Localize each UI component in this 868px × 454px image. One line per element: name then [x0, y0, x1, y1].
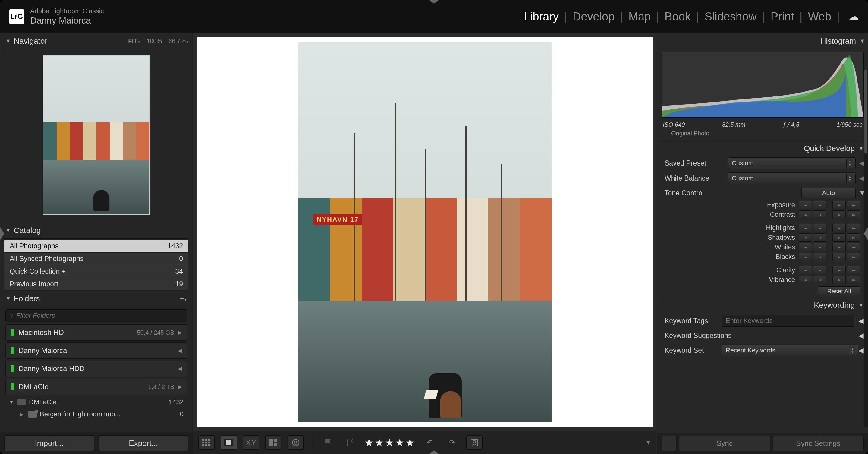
step-decrease-button[interactable]: ◂ — [813, 276, 827, 284]
sync-toggle-button[interactable] — [661, 436, 677, 451]
loupe-view-button[interactable] — [221, 435, 237, 450]
collapse-bottom-handle[interactable] — [429, 450, 439, 454]
white-balance-dropdown[interactable]: Custom ▲▼ — [728, 173, 856, 184]
image-canvas[interactable]: NYHAVN 17 — [197, 37, 653, 427]
catalog-item[interactable]: Previous Import19 — [4, 278, 188, 291]
step-increase-button[interactable]: ▸ — [832, 210, 846, 219]
quick-develop-header[interactable]: Quick Develop ▼ — [657, 141, 868, 156]
identity-plate[interactable]: Adobe Lightroom Classic Danny Maiorca — [30, 7, 104, 26]
step-big-increase-button[interactable]: ▸▸ — [847, 224, 860, 232]
zoom-custom[interactable]: 66.7%▾ — [168, 38, 188, 44]
module-print[interactable]: Print — [771, 10, 794, 23]
step-big-increase-button[interactable]: ▸▸ — [847, 243, 860, 251]
drive-row[interactable]: Danny Maiorca◀ — [5, 342, 187, 359]
navigator-preview[interactable] — [43, 56, 150, 215]
collapse-arrow-icon[interactable]: ◀ — [858, 317, 864, 325]
step-big-decrease-button[interactable]: ◂◂ — [799, 243, 812, 251]
module-map[interactable]: Map — [628, 10, 651, 23]
import-button[interactable]: Import... — [4, 435, 94, 451]
module-web[interactable]: Web — [808, 10, 831, 23]
step-big-increase-button[interactable]: ▸▸ — [847, 233, 860, 242]
histogram-header[interactable]: Histogram ▼ — [657, 33, 868, 50]
keywording-header[interactable]: Keywording ▼ — [657, 298, 868, 312]
survey-view-button[interactable] — [265, 435, 281, 450]
keyword-set-dropdown[interactable]: Recent Keywords ▲▼ — [722, 344, 858, 356]
keyword-tags-input[interactable] — [722, 315, 854, 327]
step-increase-button[interactable]: ▸ — [832, 201, 846, 209]
step-big-decrease-button[interactable]: ◂◂ — [799, 201, 812, 209]
zoom-100[interactable]: 100% — [147, 38, 162, 44]
step-increase-button[interactable]: ▸ — [832, 233, 846, 242]
step-increase-button[interactable]: ▸ — [832, 253, 846, 261]
step-increase-button[interactable]: ▸ — [832, 276, 846, 284]
drive-row[interactable]: Danny Maiorca HDD◀ — [5, 361, 187, 377]
step-big-decrease-button[interactable]: ◂◂ — [799, 253, 812, 261]
catalog-header[interactable]: ▼ Catalog — [4, 222, 188, 239]
saved-preset-dropdown[interactable]: Custom ▲▼ — [728, 157, 856, 169]
sync-button[interactable]: Sync — [679, 436, 770, 451]
collapse-arrow-icon[interactable]: ◀ — [858, 332, 864, 340]
step-big-increase-button[interactable]: ▸▸ — [847, 253, 860, 261]
keyword-suggestions-row[interactable]: Keyword Suggestions ◀ — [657, 329, 868, 342]
flag-rejected-button[interactable] — [342, 435, 358, 450]
module-library[interactable]: Library — [524, 10, 559, 23]
original-photo-toggle[interactable]: Original Photo — [657, 129, 868, 141]
catalog-item[interactable]: All Synced Photographs0 — [4, 253, 188, 265]
step-big-decrease-button[interactable]: ◂◂ — [799, 276, 812, 284]
right-panel-scrollbar[interactable] — [864, 69, 868, 427]
auto-tone-button[interactable]: Auto — [801, 187, 856, 199]
rotate-ccw-button[interactable]: ↶ — [422, 435, 438, 450]
dropdown-caret-icon[interactable] — [847, 315, 854, 327]
drive-row[interactable]: Macintosh HD50,4 / 245 GB▶ — [5, 324, 187, 341]
people-view-button[interactable] — [287, 435, 304, 450]
folder-filter-input[interactable] — [16, 312, 183, 320]
step-big-increase-button[interactable]: ▸▸ — [847, 276, 860, 284]
toolbar-options-button[interactable]: ▼ — [645, 438, 652, 447]
face-tag-button[interactable] — [466, 435, 483, 450]
step-big-decrease-button[interactable]: ◂◂ — [799, 210, 812, 219]
step-decrease-button[interactable]: ◂ — [813, 253, 827, 261]
step-increase-button[interactable]: ▸ — [832, 243, 846, 251]
catalog-item[interactable]: All Photographs1432 — [4, 240, 188, 253]
step-big-decrease-button[interactable]: ◂◂ — [799, 224, 812, 232]
sync-settings-button[interactable]: Sync Settings — [773, 436, 864, 451]
step-big-increase-button[interactable]: ▸▸ — [847, 266, 860, 274]
rating-stars[interactable]: ★★★★★ — [364, 436, 415, 449]
zoom-fit[interactable]: FIT▾ — [128, 38, 140, 44]
module-develop[interactable]: Develop — [572, 10, 615, 23]
compare-view-button[interactable]: X|Y — [243, 435, 259, 450]
folders-header[interactable]: ▼ Folders +▾ — [4, 291, 188, 307]
add-folder-icon[interactable]: +▾ — [180, 294, 187, 304]
step-big-decrease-button[interactable]: ◂◂ — [799, 266, 812, 274]
collapse-top-handle[interactable] — [429, 0, 439, 4]
module-book[interactable]: Book — [664, 10, 691, 23]
histogram-display[interactable] — [661, 52, 864, 118]
catalog-item[interactable]: Quick Collection +34 — [4, 265, 188, 278]
collapse-arrow-icon[interactable]: ◀ — [859, 175, 864, 182]
step-big-increase-button[interactable]: ▸▸ — [847, 210, 860, 219]
step-decrease-button[interactable]: ◂ — [813, 266, 827, 274]
grid-view-button[interactable] — [198, 435, 215, 450]
step-decrease-button[interactable]: ◂ — [813, 243, 827, 251]
export-button[interactable]: Export... — [98, 435, 189, 451]
step-increase-button[interactable]: ▸ — [832, 224, 846, 232]
folder-tree-root[interactable]: ▼ DMLaCie 1432 — [5, 396, 187, 408]
step-increase-button[interactable]: ▸ — [832, 266, 846, 274]
step-big-decrease-button[interactable]: ◂◂ — [799, 233, 812, 242]
collapse-right-handle[interactable] — [864, 227, 868, 240]
collapse-arrow-icon[interactable]: ◀ — [858, 346, 864, 355]
folder-filter[interactable]: ⍟ — [5, 309, 187, 322]
step-big-increase-button[interactable]: ▸▸ — [847, 201, 860, 209]
rotate-cw-button[interactable]: ↷ — [444, 435, 460, 450]
flag-picked-button[interactable] — [320, 435, 336, 450]
module-slideshow[interactable]: Slideshow — [705, 10, 757, 23]
step-decrease-button[interactable]: ◂ — [813, 210, 827, 219]
step-decrease-button[interactable]: ◂ — [813, 233, 827, 242]
reset-all-button[interactable]: Reset All — [818, 286, 860, 296]
step-decrease-button[interactable]: ◂ — [813, 224, 827, 232]
cloud-sync-icon[interactable]: ☁ — [848, 10, 859, 23]
step-decrease-button[interactable]: ◂ — [813, 201, 827, 209]
collapse-left-handle[interactable] — [0, 227, 4, 240]
folder-tree-child[interactable]: ▶ Bergen for Lightroom Imp... 0 — [5, 408, 187, 420]
collapse-arrow-icon[interactable]: ◀ — [859, 159, 864, 167]
